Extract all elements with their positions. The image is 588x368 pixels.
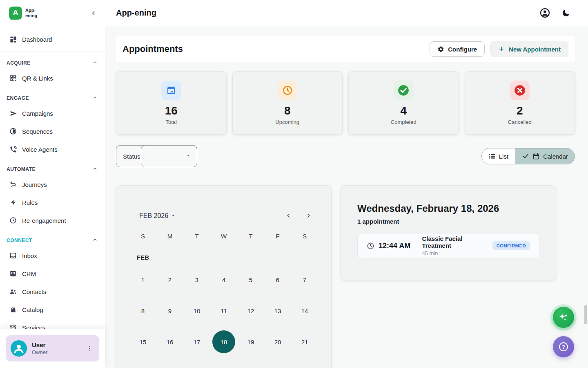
calendar-day[interactable]: 20 — [264, 328, 291, 355]
inbox-icon — [9, 251, 17, 260]
sidebar-item-journeys[interactable]: Journeys — [0, 175, 105, 193]
month-abbrev-row: FEB — [116, 252, 331, 262]
chevron-left-icon — [285, 213, 292, 219]
calendar-day[interactable]: 21 — [291, 328, 318, 355]
appointment-duration: 45 min — [422, 250, 492, 256]
calendar-icon — [532, 153, 540, 160]
sidebar-item-dashboard[interactable]: Dashboard — [0, 30, 105, 48]
appointment-row[interactable]: 12:44 AM Classic Facial Treatment 45 min… — [357, 233, 539, 258]
account-icon — [539, 7, 550, 18]
section-head-automate[interactable]: AUTOMATE — [0, 158, 105, 175]
sidebar-item-crm[interactable]: CRM — [0, 265, 105, 283]
user-card[interactable]: User Owner — [6, 335, 99, 361]
dark-mode-button[interactable] — [561, 8, 571, 18]
toggle-list-button[interactable]: List — [482, 148, 515, 164]
status-select-label: Status — [123, 153, 140, 160]
sidebar-item-campaigns[interactable]: Campaigns — [0, 104, 105, 122]
moon-icon — [561, 8, 571, 18]
sidebar-item-re-engagement[interactable]: Re-engagement — [0, 211, 105, 229]
calendar-day[interactable]: 2 — [156, 266, 183, 293]
calendar-day[interactable]: 10 — [183, 297, 210, 324]
sidebar-item-label: Dashboard — [22, 36, 52, 43]
sidebar-item-qr-links[interactable]: QR & Links — [0, 69, 105, 87]
stat-label: Completed — [391, 119, 416, 125]
chevron-up-icon — [92, 59, 98, 67]
next-month-button[interactable] — [305, 212, 312, 220]
calendar-day[interactable]: 17 — [183, 328, 210, 355]
brand-name-line2: ening — [25, 13, 37, 18]
sidebar: A App- ening Dashboard ACQUIRE — [0, 0, 105, 368]
calendar-day[interactable]: 7 — [291, 266, 318, 293]
calendar-day[interactable]: 9 — [156, 297, 183, 324]
configure-button[interactable]: Configure — [430, 41, 485, 57]
phone-waves-icon — [9, 145, 17, 153]
month-dropdown[interactable]: FEB 2026 — [139, 212, 176, 220]
calendar-week-3: 15 16 17 18 19 20 21 — [116, 328, 331, 355]
stat-value: 8 — [284, 104, 291, 117]
calendar-day[interactable]: 19 — [237, 328, 264, 355]
day-detail-count: 1 appointment — [357, 218, 539, 225]
section-head-engage[interactable]: ENGAGE — [0, 87, 105, 104]
toggle-calendar-button[interactable]: Calendar — [515, 148, 575, 164]
calendar-day[interactable]: 16 — [156, 328, 183, 355]
sidebar-footer: User Owner — [0, 329, 105, 368]
calendar-day[interactable]: 8 — [129, 297, 156, 324]
calendar-day[interactable]: 5 — [237, 266, 264, 293]
new-appointment-button[interactable]: New Appointment — [490, 41, 568, 57]
calendar-day[interactable]: 11 — [210, 297, 237, 324]
day-header: S — [129, 230, 156, 242]
bolt-icon — [9, 198, 17, 206]
brand-name: App- ening — [25, 8, 37, 18]
account-button[interactable] — [539, 7, 550, 18]
calendar-day[interactable]: 12 — [237, 297, 264, 324]
route-icon — [9, 180, 17, 188]
stat-card-cancelled: 2 Cancelled — [465, 71, 575, 135]
brand-name-line1: App- — [25, 8, 37, 13]
caret-down-icon — [185, 153, 191, 160]
calendar-day[interactable]: 4 — [210, 266, 237, 293]
sidebar-item-sequences[interactable]: Sequences — [0, 122, 105, 140]
day-header: W — [210, 230, 237, 242]
day-detail-panel: Wednesday, February 18, 2026 1 appointme… — [341, 185, 556, 280]
page-title: Appointments — [122, 44, 183, 54]
toggle-list-label: List — [499, 153, 508, 160]
section-head-acquire[interactable]: ACQUIRE — [0, 52, 105, 69]
check-icon — [522, 153, 529, 160]
section-head-connect[interactable]: CONNECT — [0, 229, 105, 247]
user-menu-button[interactable] — [85, 343, 94, 353]
calendar-week-1: 1 2 3 4 5 6 7 — [116, 266, 331, 293]
calendar-day[interactable]: 14 — [291, 297, 318, 324]
calendar-day[interactable]: 3 — [183, 266, 210, 293]
filter-row: Status List Calendar — [116, 145, 575, 167]
sidebar-item-voice-agents[interactable]: Voice Agents — [0, 140, 105, 158]
scrollbar-thumb[interactable] — [584, 305, 587, 324]
calendar-day-selected[interactable]: 18 — [210, 328, 237, 355]
stat-card-total: 16 Total — [116, 71, 227, 135]
chevron-up-icon — [92, 237, 98, 244]
calendar-day[interactable]: 15 — [129, 328, 156, 355]
day-header: T — [183, 230, 210, 242]
prev-month-button[interactable] — [285, 212, 292, 220]
day-header: F — [264, 230, 291, 242]
status-select[interactable]: Status — [116, 145, 197, 167]
new-appointment-label: New Appointment — [509, 46, 561, 53]
user-meta: User Owner — [32, 341, 80, 355]
sidebar-item-inbox[interactable]: Inbox — [0, 247, 105, 265]
stat-value: 4 — [400, 104, 407, 117]
stat-label: Total — [166, 119, 177, 125]
sidebar-collapse-button[interactable] — [89, 8, 98, 18]
ai-assistant-fab[interactable] — [553, 307, 574, 328]
help-fab[interactable]: ? — [553, 336, 574, 357]
sidebar-item-catalog[interactable]: Catalog — [0, 301, 105, 319]
appointment-service: Classic Facial Treatment — [422, 235, 492, 249]
calendar-icon — [161, 81, 181, 100]
calendar-day[interactable]: 1 — [129, 266, 156, 293]
calendar-day[interactable]: 6 — [264, 266, 291, 293]
page-bar: Appointments Configure New Appointment — [116, 36, 575, 62]
section-title: CONNECT — [7, 238, 32, 243]
sidebar-item-rules[interactable]: Rules — [0, 193, 105, 211]
sidebar-item-contacts[interactable]: Contacts — [0, 283, 105, 301]
sidebar-nav: Dashboard ACQUIRE QR & Links ENGAGE — [0, 26, 105, 355]
calendar-day[interactable]: 13 — [264, 297, 291, 324]
kanban-icon — [9, 269, 17, 278]
